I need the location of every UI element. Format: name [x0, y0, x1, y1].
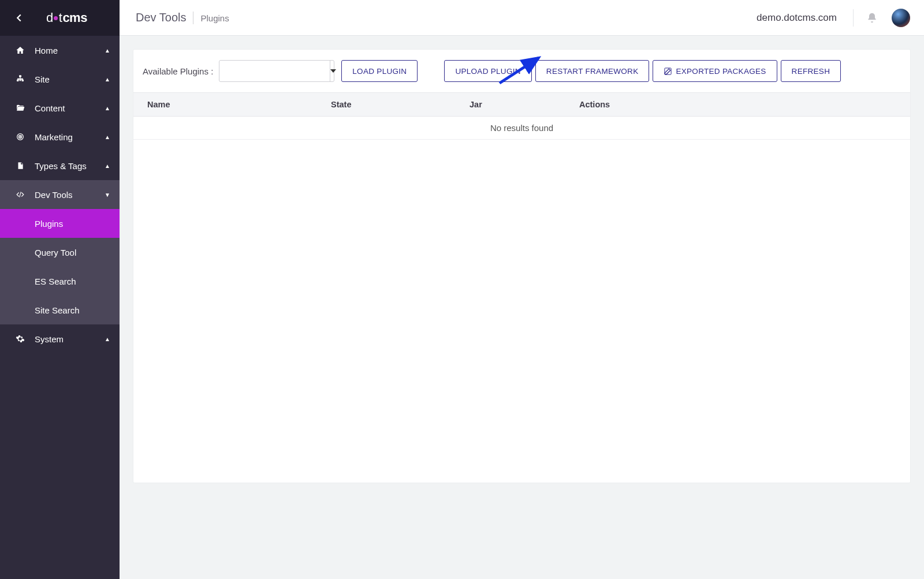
svg-rect-1	[17, 80, 18, 81]
sidebar-item-marketing[interactable]: Marketing ▲	[0, 122, 120, 151]
edit-icon	[664, 67, 672, 76]
empty-message: No results found	[490, 123, 553, 133]
back-button[interactable]	[13, 12, 25, 24]
target-icon	[14, 132, 27, 141]
exported-packages-button[interactable]: EXPORTED PACKAGES	[653, 60, 777, 82]
chevron-up-icon: ▲	[105, 105, 110, 111]
avatar[interactable]	[892, 9, 910, 27]
subnav-item-es-search[interactable]: ES Search	[0, 267, 120, 296]
column-header-state[interactable]: State	[331, 100, 470, 109]
logo-text-t: t	[59, 10, 63, 25]
column-header-name[interactable]: Name	[147, 100, 331, 109]
chevron-up-icon: ▲	[105, 47, 110, 54]
sidebar-item-types-tags[interactable]: Types & Tags ▲	[0, 151, 120, 180]
content-wrap: Available Plugins : LOAD PLUGIN UPLOAD P…	[120, 36, 924, 579]
logo: dtcms	[46, 10, 87, 25]
available-plugins-input[interactable]	[219, 61, 330, 81]
restart-framework-button[interactable]: RESTART FRAMEWORK	[535, 60, 650, 82]
sidebar-item-label: System	[35, 334, 105, 344]
available-plugins-label: Available Plugins :	[143, 66, 213, 76]
column-header-jar[interactable]: Jar	[470, 100, 579, 109]
svg-rect-0	[19, 75, 21, 77]
notifications-button[interactable]	[866, 12, 878, 24]
primary-nav: Home ▲ Site ▲ Content ▲	[0, 36, 120, 353]
subnav-item-query-tool[interactable]: Query Tool	[0, 238, 120, 267]
combo-dropdown-button[interactable]	[330, 61, 336, 81]
button-label: LOAD PLUGIN	[352, 67, 407, 76]
topbar: Dev Tools Plugins demo.dotcms.com	[120, 0, 924, 36]
sidebar-header: dtcms	[0, 0, 120, 36]
breadcrumb: Dev Tools Plugins	[136, 11, 229, 24]
chevron-up-icon: ▲	[105, 336, 110, 342]
plugins-table-header: Name State Jar Actions	[133, 92, 910, 117]
upload-plugin-button[interactable]: UPLOAD PLUGIN	[444, 60, 531, 82]
dev-tools-subnav: Plugins Query Tool ES Search Site Search	[0, 209, 120, 324]
folder-open-icon	[14, 103, 27, 113]
chevron-up-icon: ▲	[105, 163, 110, 169]
subnav-item-label: Query Tool	[35, 248, 76, 257]
sitemap-icon	[14, 74, 27, 84]
available-plugins-combo[interactable]	[219, 60, 334, 82]
chevron-up-icon: ▲	[105, 76, 110, 83]
toolbar: Available Plugins : LOAD PLUGIN UPLOAD P…	[133, 50, 910, 92]
bell-icon	[866, 12, 878, 24]
breadcrumb-page: Plugins	[200, 13, 229, 23]
chevron-up-icon: ▲	[105, 134, 110, 140]
arrow-left-icon	[13, 12, 25, 24]
sidebar-item-system[interactable]: System ▲	[0, 324, 120, 353]
home-icon	[14, 46, 27, 55]
svg-point-5	[20, 136, 21, 137]
caret-down-icon	[330, 69, 336, 73]
chevron-down-icon: ▼	[105, 192, 110, 198]
subnav-item-label: ES Search	[35, 277, 76, 286]
logo-dot-icon	[54, 16, 58, 20]
plugins-panel: Available Plugins : LOAD PLUGIN UPLOAD P…	[133, 50, 910, 483]
button-label: UPLOAD PLUGIN	[455, 67, 520, 76]
sidebar-item-label: Home	[35, 46, 105, 55]
column-header-actions[interactable]: Actions	[579, 100, 896, 109]
sidebar-item-dev-tools[interactable]: Dev Tools ▼	[0, 180, 120, 209]
refresh-button[interactable]: REFRESH	[781, 60, 841, 82]
logo-text-cms: cms	[62, 10, 87, 25]
code-icon	[14, 190, 27, 199]
sidebar-item-label: Content	[35, 103, 105, 113]
load-plugin-button[interactable]: LOAD PLUGIN	[341, 60, 418, 82]
subnav-item-label: Plugins	[35, 219, 63, 229]
sidebar-item-label: Site	[35, 74, 105, 84]
sidebar-item-content[interactable]: Content ▲	[0, 94, 120, 122]
subnav-item-site-search[interactable]: Site Search	[0, 296, 120, 324]
logo-text-d: d	[46, 10, 54, 25]
main-area: Dev Tools Plugins demo.dotcms.com Availa…	[120, 0, 924, 579]
subnav-item-plugins[interactable]: Plugins	[0, 209, 120, 238]
topbar-divider	[853, 9, 854, 27]
gear-icon	[14, 334, 27, 343]
site-domain[interactable]: demo.dotcms.com	[757, 12, 837, 24]
button-label: RESTART FRAMEWORK	[546, 67, 639, 76]
svg-rect-2	[22, 80, 24, 81]
document-icon	[14, 161, 27, 170]
button-label: REFRESH	[792, 67, 830, 76]
sidebar-item-label: Dev Tools	[35, 190, 105, 200]
button-label: EXPORTED PACKAGES	[676, 67, 766, 76]
breadcrumb-section: Dev Tools	[136, 11, 186, 24]
table-empty-row: No results found	[133, 117, 910, 140]
svg-rect-6	[665, 68, 671, 74]
sidebar-item-home[interactable]: Home ▲	[0, 36, 120, 65]
sidebar-item-label: Marketing	[35, 132, 105, 142]
subnav-item-label: Site Search	[35, 305, 80, 315]
sidebar-item-label: Types & Tags	[35, 161, 105, 171]
sidebar: dtcms Home ▲ Site ▲	[0, 0, 120, 579]
breadcrumb-separator	[193, 12, 193, 24]
sidebar-item-site[interactable]: Site ▲	[0, 65, 120, 94]
